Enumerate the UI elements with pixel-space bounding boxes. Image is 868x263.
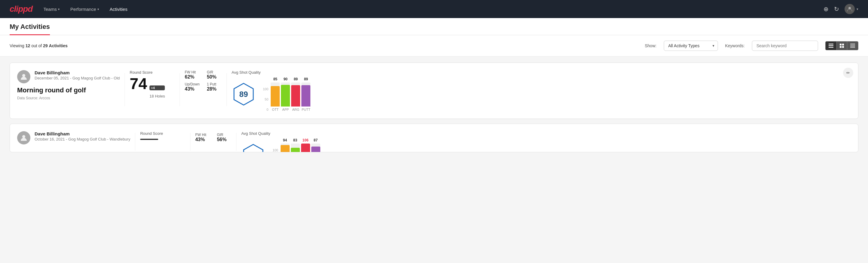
card-left-2: Dave Billingham October 16, 2021 - Gog M… — [17, 131, 130, 144]
keywords-label: Keywords: — [725, 43, 745, 48]
hexagon-score-1: 89 — [239, 90, 248, 99]
gir-block: GIR 50% — [207, 70, 222, 80]
chart-y-axis-2: 100 50 0 — [273, 148, 279, 152]
refresh-icon[interactable]: ↻ — [834, 5, 839, 12]
shot-quality-hexagon-2 — [241, 143, 265, 152]
player-name-2: Dave Billingham — [35, 131, 130, 136]
svg-point-14 — [22, 135, 25, 138]
round-score-block-1: Round Score 74 +4 18 Holes — [130, 70, 175, 98]
add-icon[interactable]: ⊕ — [824, 5, 829, 12]
compact-view-button[interactable] — [847, 41, 858, 50]
card-left-1: Dave Billingham December 05, 2021 - Gog … — [17, 70, 120, 100]
search-input[interactable] — [752, 40, 818, 51]
avatar-2 — [17, 131, 30, 144]
svg-rect-7 — [842, 46, 844, 48]
bar-app-2: 83 APP — [291, 138, 300, 152]
fw-gir-block-1: FW Hit 62% GIR 50% Up/Down 43% 1 Putt 28… — [185, 70, 222, 92]
bar-arg-2: 106 ARG — [301, 138, 310, 152]
activity-type-select[interactable]: All Activity Types — [664, 40, 718, 51]
activity-title-1: Morning round of golf — [17, 86, 120, 94]
user-avatar-button[interactable]: ▾ — [844, 4, 858, 14]
round-score-label-2: Round Score — [140, 131, 185, 136]
svg-rect-3 — [829, 47, 833, 48]
updown-block: Up/Down 43% — [185, 82, 199, 92]
logo: clippd — [10, 4, 32, 14]
list-view-button[interactable] — [826, 41, 837, 50]
page-title: My Activities — [10, 23, 50, 35]
score-holes-1: 18 Holes — [150, 94, 165, 98]
svg-rect-2 — [829, 46, 833, 46]
navbar-right: ⊕ ↻ ▾ — [824, 4, 858, 14]
activity-type-select-wrapper: All Activity Types ▾ — [664, 40, 718, 51]
bar-putt-2: 87 PUTT — [311, 138, 320, 152]
svg-rect-8 — [850, 43, 855, 44]
svg-rect-5 — [842, 43, 844, 46]
card-meta-2: Dave Billingham October 16, 2021 - Gog M… — [35, 131, 130, 141]
nav-activities[interactable]: Activities — [110, 7, 127, 12]
shot-quality-chart-2: 100 50 0 94 OTT 83 — [273, 138, 320, 152]
viewing-text: Viewing 12 out of 29 Activities — [10, 43, 68, 48]
svg-rect-9 — [850, 45, 855, 46]
svg-rect-4 — [840, 43, 841, 46]
one-putt-block: 1 Putt 28% — [207, 82, 222, 92]
page-header: My Activities — [0, 18, 868, 35]
bar-arg: 89 ARG — [291, 77, 300, 111]
shot-quality-hexagon-1: 89 — [231, 82, 256, 106]
score-number-1: 74 — [130, 76, 147, 91]
activity-card-2: Dave Billingham October 16, 2021 - Gog M… — [10, 124, 858, 152]
card-date-2: October 16, 2021 - Gog Magog Golf Club -… — [35, 137, 130, 141]
nav-performance[interactable]: Performance ▾ — [70, 7, 99, 12]
avatar — [844, 4, 855, 14]
navbar: clippd Teams ▾ Performance ▾ Activities … — [0, 0, 868, 18]
chart-y-axis: 100 50 0 — [263, 87, 270, 111]
score-badge-1: +4 — [150, 85, 165, 90]
card-date-1: December 05, 2021 - Gog Magog Golf Club … — [35, 76, 120, 80]
avatar-1 — [17, 70, 30, 83]
svg-rect-11 — [850, 47, 855, 48]
edit-button-1[interactable]: ✏ — [843, 68, 853, 78]
teams-chevron-icon: ▾ — [58, 7, 60, 11]
fw-hit-block: FW Hit 62% — [185, 70, 199, 80]
svg-rect-6 — [840, 46, 841, 48]
bar-ott-2: 94 OTT — [281, 138, 290, 152]
round-score-label-1: Round Score — [130, 70, 175, 75]
show-label: Show: — [645, 43, 657, 48]
grid-view-button[interactable] — [837, 41, 847, 50]
nav-teams[interactable]: Teams ▾ — [43, 7, 59, 12]
svg-marker-15 — [244, 144, 263, 152]
bar-putt: 89 PUTT — [301, 77, 310, 111]
shot-quality-section-2: Avg Shot Quality 100 50 0 — [241, 131, 851, 152]
view-toggle — [825, 41, 858, 50]
bar-ott: 85 OTT — [271, 77, 280, 111]
svg-rect-10 — [850, 46, 855, 47]
svg-point-12 — [22, 74, 25, 77]
data-source-1: Data Source: Arccos — [17, 96, 120, 100]
shot-quality-chart-1: 100 50 0 85 OTT — [263, 77, 310, 111]
card-meta-1: Dave Billingham December 05, 2021 - Gog … — [35, 70, 120, 80]
main-content: ✏ Dave Billingham December 05, 2021 - Go… — [0, 57, 868, 163]
performance-chevron-icon: ▾ — [97, 7, 99, 11]
shot-quality-section-1: Avg Shot Quality 89 100 50 — [231, 70, 851, 111]
fw-gir-block-2: FW Hit 43% GIR 56% — [195, 133, 231, 142]
activity-card-1: ✏ Dave Billingham December 05, 2021 - Go… — [10, 63, 858, 119]
navbar-left: clippd Teams ▾ Performance ▾ Activities — [10, 4, 127, 14]
round-score-block-2: Round Score — [140, 131, 185, 140]
svg-rect-1 — [829, 43, 833, 45]
bar-app: 90 APP — [281, 77, 290, 111]
filter-bar: Viewing 12 out of 29 Activities Show: Al… — [0, 35, 868, 57]
user-chevron-icon: ▾ — [857, 7, 858, 11]
player-name-1: Dave Billingham — [35, 70, 120, 75]
